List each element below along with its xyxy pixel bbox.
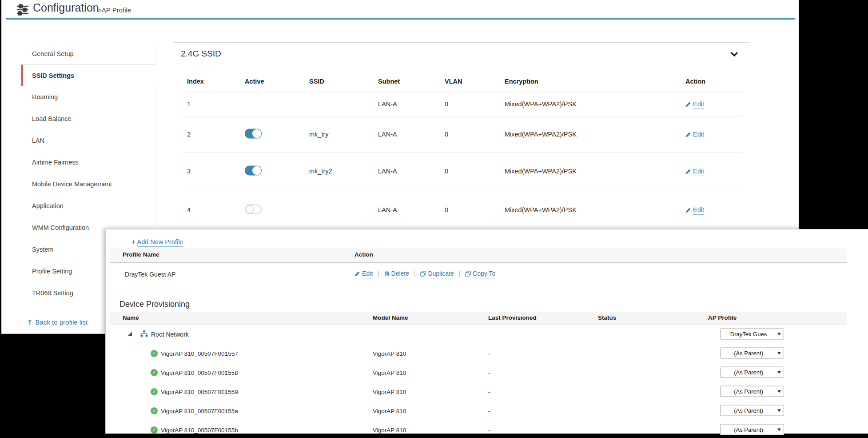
device-last-provisioned: - <box>488 407 490 414</box>
device-3-ap-profile-select[interactable]: (As Parent) <box>720 386 784 397</box>
device-model: VigorAP 810 <box>373 388 406 395</box>
profile-edit-link[interactable]: Edit <box>354 270 374 277</box>
online-check-icon: ✓ <box>151 350 158 357</box>
ssid-4-vlan: 0 <box>445 206 448 213</box>
select-arrow-icon <box>777 390 781 393</box>
profile-copy-to-link[interactable]: Copy To <box>463 270 495 277</box>
select-arrow-icon <box>777 409 781 412</box>
ssid-1-edit-link[interactable]: Edit <box>685 100 704 108</box>
ssid-row-1: 1 LAN-A 0 Mixed(WPA+WPA2)/PSK Edit <box>181 92 742 117</box>
device-row-1: ✓ VigorAP 810_00507F001557 VigorAP 810 -… <box>110 344 847 363</box>
device-5-ap-profile-select[interactable]: (As Parent) <box>720 424 784 435</box>
ssid-3-index: 3 <box>187 168 191 175</box>
ssid-4-encryption: Mixed(WPA+WPA2)/PSK <box>505 206 577 213</box>
sidebar-item-airtime-fairness[interactable]: Airtime Fairness <box>21 152 156 173</box>
col-action: Action <box>685 78 705 85</box>
pencil-icon <box>685 207 691 213</box>
tree-collapse-icon[interactable] <box>128 332 132 336</box>
profile-duplicate-link[interactable]: Duplicate <box>419 270 456 277</box>
copy-icon <box>465 271 471 277</box>
network-icon <box>140 330 148 339</box>
device-model: VigorAP 810 <box>373 407 406 414</box>
profile-delete-link[interactable]: Delete <box>382 270 411 277</box>
device-name[interactable]: VigorAP 810_00507F001557 <box>161 350 238 357</box>
ssid-2-edit-link[interactable]: Edit <box>685 131 704 138</box>
col-encryption: Encryption <box>505 78 538 85</box>
pencil-icon <box>685 169 691 174</box>
device-row-4: ✓ VigorAP 810_00507F00155a VigorAP 810 -… <box>110 401 847 420</box>
col-status: Status <box>598 314 616 321</box>
device-name[interactable]: VigorAP 810_00507F00155a <box>161 407 238 414</box>
ssid-4-active-toggle[interactable] <box>245 205 262 214</box>
app-header: Configuration >AP Profile <box>2 0 799 18</box>
online-check-icon: ✓ <box>151 426 158 434</box>
col-vlan: VLAN <box>445 78 462 85</box>
device-name[interactable]: VigorAP 810_00507F001559 <box>161 388 238 395</box>
sidebar-item-load-balance[interactable]: Load Balance <box>21 108 156 130</box>
sidebar-item-lan[interactable]: LAN <box>21 130 156 152</box>
page-title: Configuration <box>33 1 99 14</box>
col-active: Active <box>245 78 264 85</box>
ssid-4-edit-link[interactable]: Edit <box>685 206 704 213</box>
sidebar-item-general-setup[interactable]: General Setup <box>21 43 156 64</box>
device-model: VigorAP 810 <box>373 426 406 433</box>
ssid-3-subnet: LAN-A <box>378 168 397 175</box>
device-4-ap-profile-select[interactable]: (As Parent) <box>720 405 784 416</box>
ssid-table-header: Index Active SSID Subnet VLAN Encryption… <box>181 71 742 92</box>
ssid-2-active-toggle[interactable] <box>245 129 262 139</box>
col-profile-action: Action <box>354 251 373 258</box>
ssid-panel-header: 2.4G SSID <box>173 43 750 66</box>
pencil-icon <box>685 132 691 137</box>
header-divider <box>6 18 795 20</box>
device-last-provisioned: - <box>488 426 490 433</box>
device-name[interactable]: VigorAP 810_00507F001558 <box>161 369 238 376</box>
select-arrow-icon <box>777 352 781 354</box>
ssid-3-vlan: 0 <box>445 168 448 175</box>
ssid-panel-title: 2.4G SSID <box>181 49 221 59</box>
ssid-2-subnet: LAN-A <box>378 131 397 138</box>
sidebar-item-roaming[interactable]: Roaming <box>21 86 156 108</box>
col-name: Name <box>123 314 139 321</box>
pencil-icon <box>685 101 691 107</box>
col-subnet: Subnet <box>378 78 400 85</box>
ssid-2-encryption: Mixed(WPA+WPA2)/PSK <box>505 131 577 138</box>
sidebar-item-application[interactable]: Application <box>21 195 156 217</box>
provisioning-table-header: Name Model Name Last Provisioned Status … <box>110 312 847 325</box>
provisioning-rows: Root Network DrayTek Gues ✓ VigorAP 810_… <box>110 325 847 438</box>
device-row-2: ✓ VigorAP 810_00507F001558 VigorAP 810 -… <box>110 363 847 382</box>
device-name[interactable]: VigorAP 810_00507F00155b <box>161 426 238 433</box>
ssid-2-vlan: 0 <box>445 131 448 138</box>
device-2-ap-profile-select[interactable]: (As Parent) <box>720 366 784 378</box>
profile-row: DrayTek Guest AP Edit | Delete | Duplica… <box>110 263 847 283</box>
back-to-profile-list-link[interactable]: ↑Back to profile list <box>27 318 88 326</box>
select-arrow-icon <box>777 428 781 431</box>
device-row-3: ✓ VigorAP 810_00507F001559 VigorAP 810 -… <box>110 382 847 401</box>
ssid-row-4: 4 LAN-A 0 Mixed(WPA+WPA2)/PSK Edit <box>181 190 742 229</box>
device-1-ap-profile-select[interactable]: (As Parent) <box>720 347 784 358</box>
online-check-icon: ✓ <box>151 369 158 376</box>
col-last-provisioned: Last Provisioned <box>488 314 537 321</box>
ssid-1-subnet: LAN-A <box>378 100 397 108</box>
ssid-2-name: mk_try <box>309 131 329 138</box>
breadcrumb: >AP Profile <box>98 6 131 14</box>
add-new-profile-link[interactable]: +Add New Profile <box>131 238 183 245</box>
col-ap-profile: AP Profile <box>708 314 737 321</box>
chevron-down-icon[interactable] <box>730 51 738 59</box>
device-last-provisioned: - <box>488 369 490 376</box>
ssid-3-name: mk_try2 <box>309 168 332 175</box>
ssid-3-encryption: Mixed(WPA+WPA2)/PSK <box>505 168 577 175</box>
sidebar-item-ssid-settings[interactable]: SSID Settings <box>21 64 156 86</box>
sidebar-item-mobile-device-management[interactable]: Mobile Device Management <box>21 173 156 195</box>
root-network-label[interactable]: Root Network <box>151 331 189 338</box>
select-arrow-icon <box>777 371 781 374</box>
ssid-3-active-toggle[interactable] <box>245 166 262 176</box>
col-ssid: SSID <box>309 78 324 85</box>
select-arrow-icon <box>777 333 781 335</box>
device-row-5: ✓ VigorAP 810_00507F00155b VigorAP 810 -… <box>110 420 847 438</box>
root-ap-profile-select[interactable]: DrayTek Gues <box>720 328 784 339</box>
col-profile-name: Profile Name <box>123 251 159 258</box>
profile-overlay-window: +Add New Profile Profile Name Action Dra… <box>105 229 868 434</box>
ssid-3-edit-link[interactable]: Edit <box>685 168 704 175</box>
online-check-icon: ✓ <box>151 407 158 414</box>
device-last-provisioned: - <box>488 388 490 395</box>
